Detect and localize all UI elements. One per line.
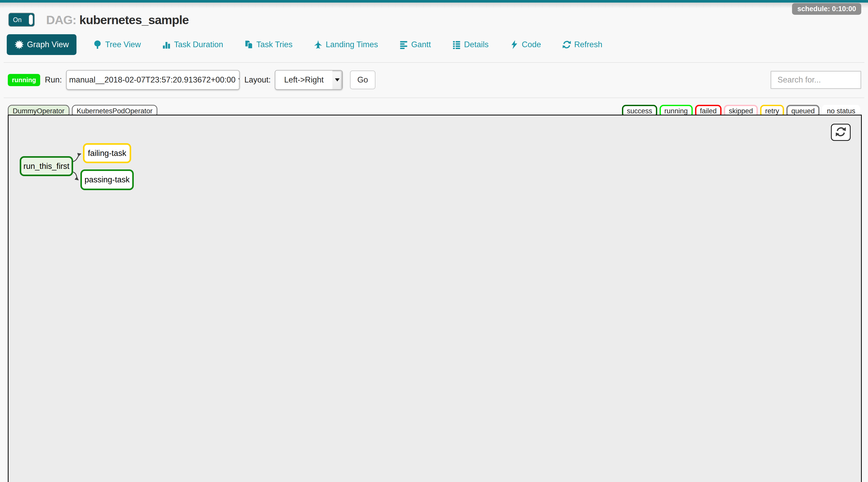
refresh-icon xyxy=(562,40,571,49)
run-controls: running Run: manual__2018-02-07T23:57:20… xyxy=(8,70,861,90)
tab-tree-view[interactable]: Tree View xyxy=(87,35,147,55)
navbar-shadow xyxy=(0,3,868,8)
run-select[interactable]: manual__2018-02-07T23:57:20.913672+00:00 xyxy=(66,70,240,90)
page-title: DAG:kubernetes_sample xyxy=(46,13,189,27)
tab-label: Tree View xyxy=(105,40,141,49)
bolt-icon xyxy=(510,40,519,49)
run-label: Run: xyxy=(45,75,62,85)
dag-header: On DAG:kubernetes_sample xyxy=(8,12,868,28)
graph-refresh-button[interactable] xyxy=(831,124,850,141)
tab-task-tries[interactable]: Task Tries xyxy=(238,35,299,55)
go-button[interactable]: Go xyxy=(350,70,375,89)
run-select-value: manual__2018-02-07T23:57:20.913672+00:00 xyxy=(67,75,238,85)
list-icon xyxy=(452,40,461,49)
toggle-on-label: On xyxy=(13,16,22,24)
duplicate-icon xyxy=(245,40,253,49)
tab-label: Code xyxy=(522,40,541,49)
tab-landing-times[interactable]: Landing Times xyxy=(308,35,384,55)
refresh-icon xyxy=(835,126,846,138)
tab-task-duration[interactable]: Task Duration xyxy=(156,35,229,55)
search-input[interactable] xyxy=(771,71,861,89)
layout-select[interactable]: Left->Right xyxy=(275,70,343,90)
dropdown-arrow-icon[interactable] xyxy=(332,70,342,89)
tab-refresh[interactable]: Refresh xyxy=(556,35,609,55)
dagrun-status-badge: running xyxy=(8,74,40,86)
tab-label: Task Tries xyxy=(256,40,293,49)
plane-icon xyxy=(314,40,322,49)
tab-code[interactable]: Code xyxy=(504,35,547,55)
tree-icon xyxy=(93,40,102,49)
view-tabs: Graph View Tree View Task Duration Task … xyxy=(7,34,868,55)
layout-select-value: Left->Right xyxy=(275,75,332,85)
dag-graph-canvas[interactable]: run_this_first failing-task passing-task xyxy=(8,115,862,482)
tab-label: Graph View xyxy=(27,40,69,49)
tab-details[interactable]: Details xyxy=(446,35,495,55)
navbar-strip xyxy=(0,0,868,3)
tab-label: Refresh xyxy=(574,40,602,49)
dropdown-arrow-icon[interactable] xyxy=(238,70,240,89)
task-node-run-this-first[interactable]: run_this_first xyxy=(20,156,73,176)
divider xyxy=(4,97,864,98)
tab-label: Task Duration xyxy=(174,40,223,49)
tab-label: Gantt xyxy=(411,40,431,49)
schedule-badge: schedule: 0:10:00 xyxy=(792,3,861,15)
toggle-handle-icon[interactable] xyxy=(29,14,33,25)
burst-icon xyxy=(14,40,24,49)
dag-pause-toggle[interactable]: On xyxy=(8,13,35,27)
dag-title-prefix: DAG: xyxy=(46,13,76,27)
tab-gantt[interactable]: Gantt xyxy=(393,35,437,55)
tab-label: Landing Times xyxy=(326,40,378,49)
tab-graph-view[interactable]: Graph View xyxy=(7,34,76,55)
dag-name: kubernetes_sample xyxy=(79,13,189,27)
tab-label: Details xyxy=(464,40,489,49)
bar-chart-icon xyxy=(162,40,171,49)
align-left-icon xyxy=(399,40,408,49)
task-node-failing-task[interactable]: failing-task xyxy=(83,143,131,163)
divider xyxy=(4,62,864,63)
task-node-passing-task[interactable]: passing-task xyxy=(81,170,134,190)
layout-label: Layout: xyxy=(245,75,271,85)
